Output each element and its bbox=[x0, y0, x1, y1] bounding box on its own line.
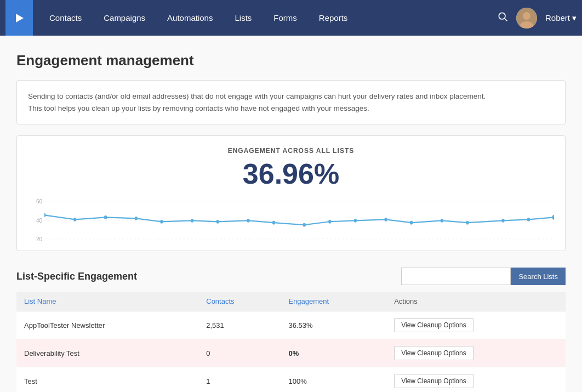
svg-point-24 bbox=[466, 221, 469, 225]
engagement-table: List Name Contacts Engagement Actions Ap… bbox=[16, 292, 566, 392]
y-label-40: 40 bbox=[28, 218, 44, 224]
search-lists-button[interactable]: Search Lists bbox=[511, 268, 566, 285]
actions-cell: View Cleanup Options bbox=[386, 339, 566, 367]
list-name-cell: Test bbox=[16, 367, 198, 392]
table-row: Test1100%View Cleanup Options bbox=[16, 367, 566, 392]
list-name-cell: Deliverability Test bbox=[16, 339, 198, 367]
engagement-cell: 36.53% bbox=[281, 311, 386, 339]
svg-point-16 bbox=[247, 219, 250, 223]
view-cleanup-button[interactable]: View Cleanup Options bbox=[394, 318, 473, 332]
actions-cell: View Cleanup Options bbox=[386, 311, 566, 339]
avatar bbox=[516, 8, 537, 29]
contacts-cell: 0 bbox=[198, 339, 281, 367]
user-name: Robert bbox=[545, 13, 570, 22]
svg-point-15 bbox=[216, 220, 219, 224]
list-name-cell: AppToolTester Newsletter bbox=[16, 311, 198, 339]
chart-area: 60 40 20 bbox=[28, 196, 554, 245]
svg-point-18 bbox=[303, 223, 306, 227]
svg-point-27 bbox=[552, 215, 554, 220]
svg-point-13 bbox=[160, 220, 163, 224]
table-row: AppToolTester Newsletter2,53136.53%View … bbox=[16, 311, 566, 339]
nav-item-forms[interactable]: Forms bbox=[263, 0, 308, 36]
svg-point-25 bbox=[501, 219, 505, 223]
nav-item-reports[interactable]: Reports bbox=[308, 0, 359, 36]
y-label-60: 60 bbox=[28, 198, 44, 204]
table-header-row: List Name Contacts Engagement Actions bbox=[16, 292, 566, 311]
svg-point-20 bbox=[354, 219, 357, 223]
svg-point-14 bbox=[191, 219, 194, 223]
info-box: Sending to contacts (and/or old email ad… bbox=[16, 80, 566, 124]
nav-item-lists[interactable]: Lists bbox=[224, 0, 263, 36]
nav-item-campaigns[interactable]: Campaigns bbox=[93, 0, 156, 36]
svg-marker-0 bbox=[16, 14, 24, 22]
view-cleanup-button[interactable]: View Cleanup Options bbox=[394, 374, 473, 388]
svg-point-4 bbox=[523, 12, 530, 20]
contacts-cell: 2,531 bbox=[198, 311, 281, 339]
page-title: Engagement management bbox=[16, 52, 566, 69]
svg-point-19 bbox=[328, 220, 332, 224]
section-title: List-Specific Engagement bbox=[16, 271, 137, 282]
col-header-actions: Actions bbox=[386, 292, 566, 311]
chart-title: ENGAGEMENT ACROSS ALL LISTS bbox=[28, 147, 554, 155]
svg-point-21 bbox=[384, 218, 387, 221]
svg-point-11 bbox=[104, 215, 107, 219]
view-cleanup-button[interactable]: View Cleanup Options bbox=[394, 346, 473, 360]
contacts-cell: 1 bbox=[198, 367, 281, 392]
actions-cell: View Cleanup Options bbox=[386, 367, 566, 392]
user-caret-icon: ▾ bbox=[572, 13, 577, 23]
chart-value: 36.96% bbox=[28, 157, 554, 190]
col-header-contacts: Contacts bbox=[198, 292, 281, 311]
y-label-20: 20 bbox=[28, 236, 44, 242]
list-section-header: List-Specific Engagement Search Lists bbox=[16, 268, 566, 285]
user-menu[interactable]: Robert ▾ bbox=[545, 13, 577, 23]
search-icon[interactable] bbox=[497, 11, 508, 25]
main-content: Engagement management Sending to contact… bbox=[0, 36, 582, 392]
chart-y-labels: 60 40 20 bbox=[28, 196, 44, 245]
svg-point-1 bbox=[499, 13, 505, 19]
svg-point-23 bbox=[441, 219, 444, 223]
info-text-1: Sending to contacts (and/or old email ad… bbox=[28, 92, 486, 100]
engagement-cell: 100% bbox=[281, 367, 386, 392]
app-logo[interactable] bbox=[5, 0, 33, 36]
col-header-engagement: Engagement bbox=[281, 292, 386, 311]
search-input[interactable] bbox=[401, 268, 511, 285]
chart-container: ENGAGEMENT ACROSS ALL LISTS 36.96% 60 40… bbox=[16, 135, 566, 251]
nav-item-contacts[interactable]: Contacts bbox=[38, 0, 93, 36]
svg-point-9 bbox=[44, 213, 46, 217]
chart-svg bbox=[44, 196, 554, 245]
nav-links: Contacts Campaigns Automations Lists For… bbox=[38, 0, 497, 36]
svg-point-17 bbox=[272, 221, 276, 225]
svg-point-10 bbox=[73, 218, 77, 221]
engagement-cell: 0% bbox=[281, 339, 386, 367]
svg-point-22 bbox=[410, 221, 413, 225]
svg-point-26 bbox=[527, 218, 530, 221]
navbar: Contacts Campaigns Automations Lists For… bbox=[0, 0, 582, 36]
col-header-list-name: List Name bbox=[16, 292, 198, 311]
search-area: Search Lists bbox=[401, 268, 566, 285]
nav-right: Robert ▾ bbox=[497, 8, 577, 29]
svg-line-2 bbox=[505, 19, 507, 21]
info-text-2: This tool helps you clean up your lists … bbox=[28, 104, 369, 112]
nav-item-automations[interactable]: Automations bbox=[156, 0, 224, 36]
svg-point-12 bbox=[135, 217, 138, 220]
table-row: Deliverability Test00%View Cleanup Optio… bbox=[16, 339, 566, 367]
